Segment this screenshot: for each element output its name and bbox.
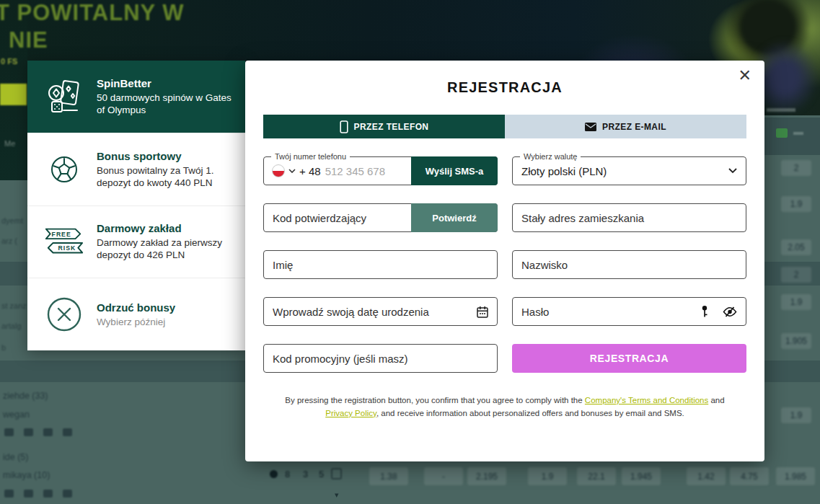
bg-pagination-dot [270, 470, 278, 478]
sidebar-item-sport-bonus[interactable]: Bonus sportowy Bonus powitalny za Twój 1… [27, 133, 245, 205]
password-input[interactable] [513, 306, 701, 318]
privacy-policy-link[interactable]: Privacy Policy [325, 409, 376, 417]
promo-code-field [263, 344, 498, 373]
sidebar-item-free-bet[interactable]: FREE RISK Darmowy zakład Darmowy zakład … [27, 205, 245, 278]
bg-odds: 1.9 [781, 196, 811, 212]
circle-x-icon [43, 293, 85, 335]
bonus-title: Darmowy zakład [97, 222, 234, 234]
bg-odds: 2.195 [467, 467, 506, 485]
currency-select-label: Wybierz walutę [520, 151, 581, 162]
chevron-down-icon [288, 169, 296, 173]
registration-modal: ✕ REJESTRACJA PRZEZ TELEFON PRZEZ E-MAIL [245, 61, 764, 461]
bg-fragment: Me [4, 139, 15, 148]
address-field [512, 203, 746, 232]
ribbon-text-risk: RISK [58, 244, 76, 252]
last-name-input[interactable] [513, 259, 746, 271]
bg-match-row: wegan [3, 410, 30, 420]
bg-chevron-down-icon: ▾ [335, 490, 339, 500]
bg-text-smudge [767, 108, 795, 112]
bg-text-smudge [793, 132, 803, 135]
bonus-description: Darmowy zakład za pierwszy depozyt do 42… [97, 236, 234, 261]
bg-market-icons [4, 490, 72, 498]
confirmation-code-field: Potwierdź [263, 203, 498, 232]
bg-live-indicator [776, 128, 788, 138]
address-input[interactable] [513, 212, 746, 224]
bg-match-row: ziehde (33) [3, 391, 48, 401]
bg-fragment: artalg [1, 322, 22, 330]
eye-off-icon[interactable] [723, 306, 737, 317]
bg-fragment: b [1, 343, 6, 352]
sidebar-item-reject-bonuses[interactable]: Odrzuć bonusy Wybierz później [27, 278, 245, 350]
bg-odds: 1.9 [781, 294, 811, 310]
tab-by-phone[interactable]: PRZEZ TELEFON [263, 115, 505, 138]
bg-pagination: 5 [319, 469, 324, 479]
country-code-selector[interactable] [264, 164, 296, 177]
bg-match-row: ide (5) [3, 452, 28, 462]
phone-number-field: Twój numer telefonu + 48 Wyślij SMS-a [263, 156, 498, 185]
bg-odds: 1.9 [781, 407, 811, 423]
free-risk-ribbons-icon: FREE RISK [43, 221, 85, 262]
tab-by-email[interactable]: PRZEZ E-MAIL [505, 115, 746, 138]
bg-fragment: st zanz [1, 301, 27, 310]
casino-chip-card-dice-icon [43, 76, 85, 118]
bg-odds: 1.38 [369, 467, 408, 485]
bg-pagination-box [331, 468, 342, 479]
bg-headline-line2: NIE [9, 27, 48, 53]
disclaimer-text: , and receive information about personal… [376, 409, 684, 417]
currency-select[interactable]: Wybierz walutę Złoty polski (PLN) [512, 156, 746, 185]
ribbon-text-free: FREE [52, 231, 71, 238]
phone-field-label: Twój numer telefonu [271, 151, 350, 162]
currency-selected-value: Złoty polski (PLN) [513, 165, 728, 177]
bg-odds: 1.905 [781, 333, 811, 349]
birth-date-input[interactable] [264, 306, 477, 318]
birth-date-field [263, 297, 498, 326]
key-icon [701, 305, 708, 318]
bg-odds: 2.05 [781, 239, 811, 255]
promo-code-input[interactable] [264, 353, 497, 365]
bonus-description: 50 darmowych spinów w Gates of Olympus [97, 92, 234, 116]
close-icon[interactable]: ✕ [736, 65, 754, 87]
poland-flag-icon [272, 164, 285, 177]
bonus-sidebar: SpinBetter 50 darmowych spinów w Gates o… [27, 61, 245, 350]
bonus-description: Bonus powitalny za Twój 1. depozyt do kw… [97, 164, 234, 189]
bonus-title: Bonus sportowy [97, 150, 234, 162]
bg-odds: 22.1 [577, 467, 616, 485]
soccer-ball-icon [43, 149, 85, 190]
modal-title: REJESTRACJA [245, 79, 764, 96]
bg-headline-line1: T POWITALNY W [0, 0, 185, 26]
terms-disclaimer: By pressing the registration button, you… [256, 394, 754, 420]
bg-pagination: 8 [285, 469, 290, 479]
calendar-icon[interactable] [477, 306, 488, 318]
bg-pagination: 3 [303, 469, 308, 479]
tab-label: PRZEZ TELEFON [354, 122, 429, 132]
terms-and-conditions-link[interactable]: Company's Terms and Conditions [585, 396, 708, 404]
bonus-description: Wybierz później [97, 316, 234, 328]
password-field [512, 297, 746, 326]
tab-label: PRZEZ E-MAIL [602, 122, 666, 132]
registration-submit-button[interactable]: REJESTRACJA [512, 344, 746, 373]
bg-cta-button-fragment [0, 84, 27, 105]
bonus-title: Odrzuć bonusy [97, 301, 234, 314]
disclaimer-text: By pressing the registration button, you… [285, 396, 585, 404]
bg-freespins-text: 0 FS [1, 57, 17, 66]
bonus-title: SpinBetter [97, 77, 234, 89]
confirmation-code-input[interactable] [264, 212, 410, 224]
bg-fragment: arz ( [1, 236, 17, 245]
first-name-input[interactable] [264, 259, 497, 271]
confirm-code-button[interactable]: Potwierdź [411, 203, 498, 232]
bg-odds: 2 [781, 160, 811, 176]
phone-icon [340, 120, 348, 133]
bg-market-icons [4, 428, 72, 436]
phone-number-input[interactable] [321, 165, 410, 177]
bg-match-row: mikaya (10) [3, 470, 50, 480]
last-name-field [512, 250, 746, 279]
bg-fragment: dyemt [1, 216, 23, 225]
registration-tabs: PRZEZ TELEFON PRZEZ E-MAIL [263, 115, 746, 138]
bg-odds: 1.9 [528, 467, 567, 485]
envelope-icon [585, 123, 596, 131]
dial-code: + 48 [299, 165, 321, 177]
registration-form: Twój numer telefonu + 48 Wyślij SMS-a Wy… [245, 156, 764, 373]
sidebar-item-spinbetter-bonus[interactable]: SpinBetter 50 darmowych spinów w Gates o… [27, 61, 245, 133]
chevron-down-icon [728, 168, 737, 174]
send-sms-button[interactable]: Wyślij SMS-a [411, 156, 498, 185]
